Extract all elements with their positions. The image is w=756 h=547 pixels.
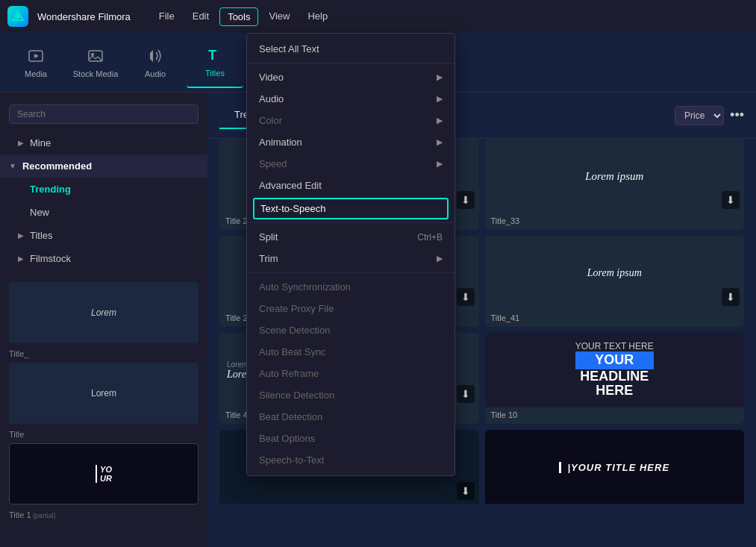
menu-split-shortcut: Ctrl+B: [417, 232, 443, 243]
menu-bar: File Edit Tools View Help: [151, 7, 335, 26]
title-card-33[interactable]: Lorem ipsum ⬇ Title_33: [485, 139, 745, 230]
download-button-27[interactable]: ⬇: [457, 288, 475, 306]
menu-create-proxy: Create Proxy File: [247, 298, 454, 319]
menu-advanced-edit[interactable]: Advanced Edit: [247, 175, 454, 196]
app-logo: [7, 6, 28, 27]
audio-icon: [146, 47, 164, 65]
menu-video-label: Video: [259, 72, 284, 83]
menu-silence-detect: Silence Detection: [247, 384, 454, 406]
tools-dropdown-menu: Select All Text Video ▶ Audio ▶ Color ▶ …: [246, 33, 455, 476]
menu-split[interactable]: Split Ctrl+B: [247, 226, 454, 248]
card-text-1: |YOUR TITLE HERE: [559, 462, 669, 473]
left-card-1[interactable]: Lorem: [9, 282, 199, 343]
menu-audio-label: Audio: [259, 93, 284, 104]
left-card-2[interactable]: Lorem: [9, 363, 199, 424]
sidebar-item-filmstock[interactable]: ▶ Filmstock: [0, 247, 207, 270]
sidebar-item-new[interactable]: New: [0, 201, 207, 224]
menu-advanced-edit-label: Advanced Edit: [259, 180, 322, 191]
title-card-10[interactable]: YOUR TEXT HERE YOUR HEADLINE HERE Title …: [485, 333, 745, 424]
download-button-40[interactable]: ⬇: [457, 385, 475, 403]
menu-help[interactable]: Help: [300, 7, 335, 26]
card-label-41: Title_41: [485, 310, 745, 327]
titles-icon: T: [206, 46, 224, 64]
card-text-41: Lorem ipsum: [587, 267, 642, 279]
left-panel-cards: Lorem Title_ Lorem Title YOUR Title 1 (p…: [0, 276, 207, 547]
caret-filmstock-icon: ▶: [18, 254, 24, 263]
menu-speed-label: Speed: [259, 158, 287, 169]
download-button-33[interactable]: ⬇: [722, 191, 740, 209]
tab-stock-media[interactable]: Stock Media: [67, 37, 124, 88]
submenu-arrow-video: ▶: [437, 72, 443, 82]
more-options-button[interactable]: •••: [730, 107, 744, 123]
menu-auto-beat-sync-label: Auto Beat Sync: [259, 346, 326, 357]
sidebar-item-mine[interactable]: ▶ Mine: [0, 131, 207, 154]
sidebar-item-recommended[interactable]: ▼ Recommended: [0, 154, 207, 178]
stock-media-icon: [87, 47, 104, 65]
menu-edit[interactable]: Edit: [185, 7, 216, 26]
menu-audio[interactable]: Audio ▶: [247, 88, 454, 110]
menu-animation[interactable]: Animation ▶: [247, 131, 454, 153]
menu-tools[interactable]: Tools: [219, 7, 258, 26]
price-select[interactable]: Price Free Paid: [675, 106, 724, 125]
caret-recommended-icon: ▼: [9, 162, 16, 170]
download-button-newtitle7[interactable]: ⬇: [457, 482, 475, 500]
tab-titles-label: Titles: [205, 69, 225, 78]
menu-beat-detect-label: Beat Detection: [259, 411, 322, 422]
svg-text:T: T: [208, 48, 216, 63]
left-card-1-label: Title_: [9, 349, 199, 358]
sidebar-item-trending[interactable]: Trending: [0, 178, 207, 201]
left-card-3-label: Title 1 (partial): [9, 510, 199, 519]
tab-audio[interactable]: Audio: [127, 37, 184, 88]
tab-media[interactable]: Media: [7, 37, 64, 88]
card-label-10: Title 10: [485, 407, 745, 424]
card-text-10: YOUR TEXT HERE YOUR HEADLINE HERE: [575, 342, 654, 399]
title-bar: Wondershare Filmora File Edit Tools View…: [0, 0, 756, 33]
media-icon: [27, 47, 45, 65]
download-button-41[interactable]: ⬇: [722, 288, 740, 306]
title-card-1[interactable]: |YOUR TITLE HERE Title 1: [485, 430, 745, 504]
caret-mine-icon: ▶: [18, 139, 24, 147]
menu-text-to-speech[interactable]: Text-to-Speech: [253, 198, 449, 219]
menu-speed: Speed ▶: [247, 153, 454, 175]
headline-wrapper: YOUR TEXT HERE YOUR HEADLINE HERE: [575, 342, 654, 399]
card-label-33: Title_33: [485, 213, 745, 230]
menu-divider-2: [247, 222, 454, 223]
menu-silence-detect-label: Silence Detection: [259, 390, 334, 401]
sidebar-item-titles[interactable]: ▶ Titles: [0, 224, 207, 247]
sidebar-recommended-label: Recommended: [22, 160, 92, 172]
search-input[interactable]: [9, 104, 199, 124]
sidebar-filmstock-label: Filmstock: [30, 253, 71, 264]
svg-point-1: [16, 14, 20, 19]
title-card-41[interactable]: Lorem ipsum ⬇ Title_41: [485, 236, 745, 327]
sidebar-new-label: New: [30, 207, 49, 218]
menu-animation-label: Animation: [259, 137, 302, 148]
tab-titles[interactable]: T Titles: [187, 37, 243, 88]
svg-marker-3: [34, 54, 39, 58]
caret-titles-icon: ▶: [18, 231, 24, 240]
card-preview-33: Lorem ipsum ⬇: [485, 139, 745, 213]
menu-split-label: Split: [259, 231, 278, 243]
submenu-arrow-animation: ▶: [437, 137, 443, 147]
sidebar: ▶ Mine ▼ Recommended Trending New ▶ Titl…: [0, 93, 207, 547]
download-button-29[interactable]: ⬇: [457, 191, 475, 209]
menu-beat-options: Beat Options: [247, 428, 454, 449]
sidebar-trending-label: Trending: [30, 184, 71, 195]
left-card-4[interactable]: New Titl 2: [9, 524, 199, 547]
menu-auto-beat-sync: Auto Beat Sync: [247, 341, 454, 363]
menu-color-label: Color: [259, 115, 282, 126]
menu-file[interactable]: File: [151, 7, 182, 26]
left-card-3[interactable]: YOUR: [9, 443, 199, 504]
menu-auto-sync: Auto Synchronization: [247, 276, 454, 298]
tab-stock-media-label: Stock Media: [73, 69, 119, 78]
submenu-arrow-audio: ▶: [437, 94, 443, 104]
menu-view[interactable]: View: [261, 7, 297, 26]
menu-select-all-text[interactable]: Select All Text: [247, 38, 454, 60]
header-controls: Price Free Paid •••: [675, 106, 744, 125]
menu-trim-label: Trim: [259, 253, 278, 264]
menu-tts-label: Text-to-Speech: [260, 203, 325, 214]
menu-speech-to-text: Speech-to-Text: [247, 449, 454, 471]
menu-divider-3: [247, 272, 454, 273]
menu-video[interactable]: Video ▶: [247, 66, 454, 88]
menu-trim[interactable]: Trim ▶: [247, 248, 454, 269]
sidebar-mine-label: Mine: [30, 137, 51, 149]
